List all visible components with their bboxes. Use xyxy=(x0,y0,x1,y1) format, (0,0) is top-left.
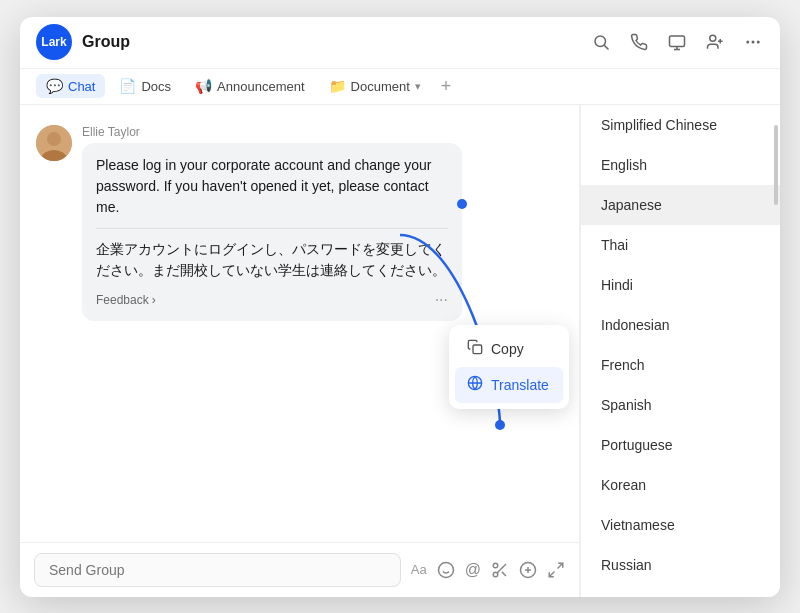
language-item[interactable]: Russian xyxy=(581,545,780,585)
font-size-icon[interactable]: Aa xyxy=(411,562,427,577)
app-window: Lark Group xyxy=(20,17,780,597)
language-item[interactable]: Indonesian xyxy=(581,305,780,345)
app-title: Group xyxy=(82,33,130,51)
svg-point-10 xyxy=(757,41,760,44)
avatar-image xyxy=(36,125,72,161)
sender-name: Ellie Taylor xyxy=(82,125,563,139)
context-menu: Copy Translate xyxy=(449,325,569,409)
scissors-icon[interactable] xyxy=(491,561,509,579)
translated-text: 企業アカウントにログインし、パスワードを変更してください。まだ開校していない学生… xyxy=(96,228,448,281)
call-icon[interactable] xyxy=(628,31,650,53)
add-icon[interactable] xyxy=(519,561,537,579)
svg-point-9 xyxy=(752,41,755,44)
tab-docs-label: Docs xyxy=(141,79,171,94)
chat-tab-icon: 💬 xyxy=(46,78,63,94)
svg-line-23 xyxy=(502,571,506,575)
message-input[interactable] xyxy=(34,553,401,587)
svg-line-27 xyxy=(558,563,563,568)
add-user-icon[interactable] xyxy=(704,31,726,53)
tab-docs[interactable]: 📄 Docs xyxy=(109,74,181,98)
svg-point-12 xyxy=(47,132,61,146)
tab-chat[interactable]: 💬 Chat xyxy=(36,74,105,98)
scrollbar[interactable] xyxy=(774,125,778,205)
tab-document[interactable]: 📁 Document ▾ xyxy=(319,74,431,98)
translate-icon xyxy=(467,375,483,395)
screen-share-icon[interactable] xyxy=(666,31,688,53)
svg-point-21 xyxy=(493,572,498,577)
search-icon[interactable] xyxy=(590,31,612,53)
tab-announcement[interactable]: 📢 Announcement xyxy=(185,74,314,98)
message-group: Ellie Taylor Please log in your corporat… xyxy=(36,125,563,321)
svg-point-5 xyxy=(710,35,716,41)
messages-list: Ellie Taylor Please log in your corporat… xyxy=(20,105,579,542)
translate-label: Translate xyxy=(491,377,549,393)
language-item[interactable]: Japanese xyxy=(581,185,780,225)
svg-line-1 xyxy=(604,45,608,49)
main-area: Ellie Taylor Please log in your corporat… xyxy=(20,105,780,597)
language-item[interactable]: Simplified Chinese xyxy=(581,105,780,145)
original-text: Please log in your corporate account and… xyxy=(96,155,448,218)
tab-announcement-label: Announcement xyxy=(217,79,304,94)
chat-area: Ellie Taylor Please log in your corporat… xyxy=(20,105,580,597)
emoji-icon[interactable] xyxy=(437,561,455,579)
more-icon[interactable] xyxy=(742,31,764,53)
copy-button[interactable]: Copy xyxy=(455,331,563,367)
svg-point-20 xyxy=(493,563,498,568)
language-item[interactable]: English xyxy=(581,145,780,185)
svg-point-17 xyxy=(438,562,453,577)
document-tab-icon: 📁 xyxy=(329,78,346,94)
tabs-bar: 💬 Chat 📄 Docs 📢 Announcement 📁 Document … xyxy=(20,69,780,105)
input-area: Aa @ xyxy=(20,542,579,597)
message-content: Ellie Taylor Please log in your corporat… xyxy=(82,125,563,321)
connector-dot xyxy=(457,199,467,209)
language-item[interactable]: Portuguese xyxy=(581,425,780,465)
language-item[interactable]: Thai xyxy=(581,225,780,265)
tab-document-label: Document xyxy=(351,79,410,94)
announcement-tab-icon: 📢 xyxy=(195,78,212,94)
docs-tab-icon: 📄 xyxy=(119,78,136,94)
tab-chat-label: Chat xyxy=(68,79,95,94)
svg-point-14 xyxy=(495,420,505,430)
header-actions xyxy=(590,31,764,53)
input-toolbar: Aa @ xyxy=(411,561,565,579)
svg-line-28 xyxy=(549,571,554,576)
language-item[interactable]: Korean xyxy=(581,465,780,505)
language-item[interactable]: Spanish xyxy=(581,385,780,425)
avatar xyxy=(36,125,72,161)
header: Lark Group xyxy=(20,17,780,69)
language-panel: Simplified ChineseEnglishJapaneseThaiHin… xyxy=(580,105,780,597)
language-list: Simplified ChineseEnglishJapaneseThaiHin… xyxy=(581,105,780,585)
language-item[interactable]: French xyxy=(581,345,780,385)
lark-logo: Lark xyxy=(36,24,72,60)
mention-icon[interactable]: @ xyxy=(465,561,481,579)
copy-icon xyxy=(467,339,483,359)
svg-rect-15 xyxy=(473,345,482,354)
copy-label: Copy xyxy=(491,341,524,357)
bubble-more-button[interactable]: ··· xyxy=(435,291,448,309)
svg-point-0 xyxy=(595,36,606,47)
feedback-link[interactable]: Feedback › xyxy=(96,293,156,307)
translate-button[interactable]: Translate xyxy=(455,367,563,403)
message-bubble: Please log in your corporate account and… xyxy=(82,143,462,321)
svg-rect-2 xyxy=(670,36,685,47)
add-tab-button[interactable]: + xyxy=(435,76,458,97)
feedback-row: Feedback › ··· xyxy=(96,291,448,309)
svg-point-8 xyxy=(746,41,749,44)
language-item[interactable]: Vietnamese xyxy=(581,505,780,545)
expand-icon[interactable] xyxy=(547,561,565,579)
language-item[interactable]: Hindi xyxy=(581,265,780,305)
